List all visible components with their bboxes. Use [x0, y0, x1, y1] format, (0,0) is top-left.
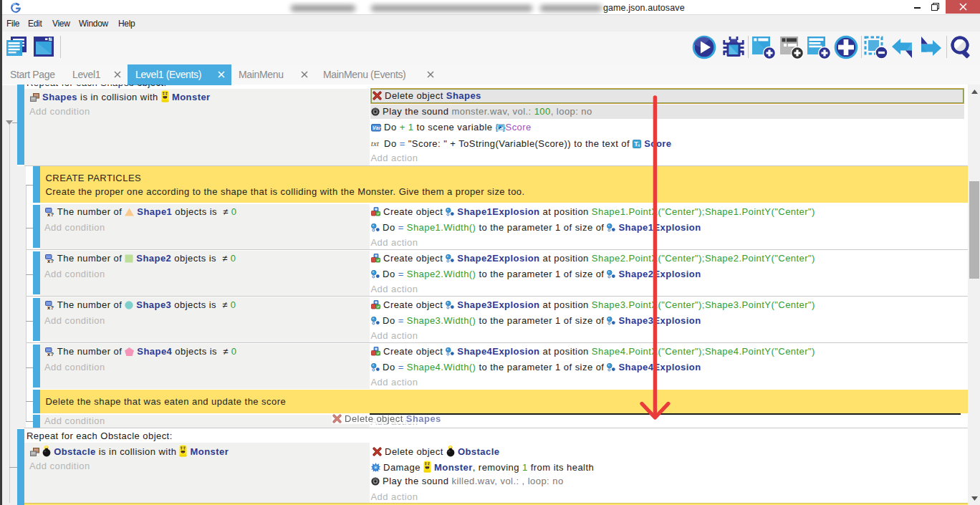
svg-text:x?: x?	[47, 304, 54, 310]
svg-text:Var: Var	[373, 125, 381, 130]
svg-text:x?: x?	[47, 258, 54, 264]
svg-text:txt: txt	[371, 140, 379, 148]
svg-text:x?: x?	[47, 351, 54, 357]
svg-text:x?: x?	[47, 211, 54, 217]
